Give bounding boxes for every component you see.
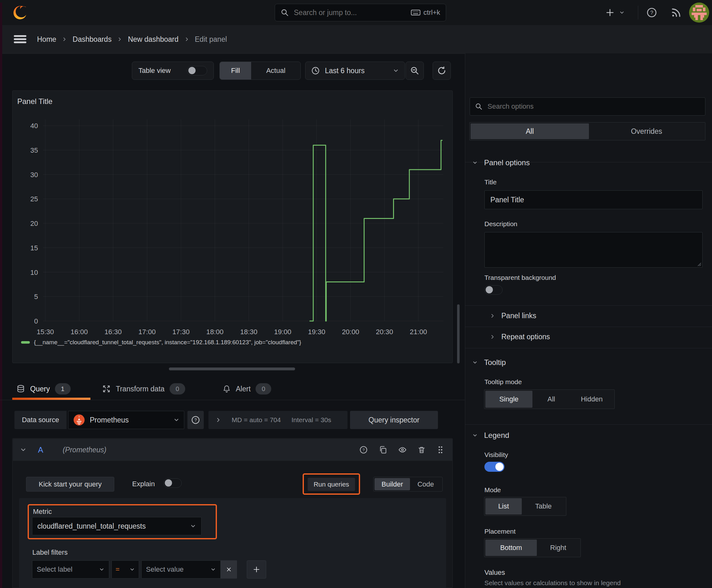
breadcrumb-bar: Home Dashboards New dashboard Edit panel… <box>0 25 712 54</box>
chevron-right-icon <box>490 313 495 318</box>
mode-group: List Table <box>484 497 566 516</box>
mode-list-option[interactable]: List <box>486 498 522 514</box>
datasource-help-button[interactable]: ? <box>188 411 204 429</box>
values-hint: Select values or calculations to show in… <box>484 579 621 587</box>
remove-filter-button[interactable] <box>221 560 237 579</box>
svg-text:?: ? <box>194 418 197 422</box>
transparent-bg-label: Transparent background <box>484 274 556 281</box>
database-icon <box>16 384 25 393</box>
query-row-header[interactable]: A (Prometheus) ? <box>13 439 453 461</box>
svg-text:10: 10 <box>30 269 38 276</box>
builder-code-group: Builder Code <box>373 477 443 491</box>
tooltip-hidden-option[interactable]: Hidden <box>570 391 613 408</box>
panel-title-input[interactable] <box>484 190 703 209</box>
query-ref-id: A <box>38 445 43 455</box>
tab-overrides[interactable]: Overrides <box>589 123 704 139</box>
explain-toggle[interactable] <box>164 478 182 488</box>
repeat-options-label: Repeat options <box>501 333 550 341</box>
actual-option[interactable]: Actual <box>251 62 300 80</box>
chevron-down-icon <box>129 567 135 572</box>
menu-toggle-button[interactable] <box>13 35 27 44</box>
builder-option[interactable]: Builder <box>374 478 410 490</box>
legend-series-label[interactable]: {__name__="cloudflared_tunnel_total_requ… <box>34 339 301 346</box>
top-nav: ctrl+k ? <box>0 0 712 25</box>
disable-query-button[interactable] <box>398 445 407 454</box>
breadcrumb-new-dashboard[interactable]: New dashboard <box>128 35 178 44</box>
tab-all[interactable]: All <box>471 123 589 139</box>
datasource-value: Prometheus <box>90 416 173 424</box>
resize-handle-icon[interactable] <box>697 262 701 266</box>
breadcrumb-dashboards[interactable]: Dashboards <box>72 35 111 44</box>
legend-header[interactable]: Legend <box>472 428 509 442</box>
refresh-button[interactable] <box>433 62 451 80</box>
drawer-resize-handle[interactable] <box>169 368 295 370</box>
breadcrumb-home[interactable]: Home <box>37 35 56 44</box>
transparent-bg-toggle[interactable] <box>484 285 503 295</box>
table-view-control: Table view <box>132 62 214 80</box>
placement-right-option[interactable]: Right <box>537 540 580 556</box>
help-button[interactable]: ? <box>646 7 657 18</box>
active-tab-underline <box>12 398 90 400</box>
run-queries-button[interactable]: Run queries <box>308 478 355 491</box>
tooltip-header[interactable]: Tooltip <box>472 356 506 370</box>
fill-option[interactable]: Fill <box>220 62 251 80</box>
panel-links-label: Panel links <box>501 312 536 320</box>
tooltip-single-option[interactable]: Single <box>486 391 533 408</box>
panel-links-section[interactable]: Panel links <box>490 309 536 323</box>
datasource-picker[interactable]: Prometheus <box>68 411 184 429</box>
repeat-options-section[interactable]: Repeat options <box>490 330 550 344</box>
code-option[interactable]: Code <box>410 478 441 490</box>
chevron-right-icon[interactable] <box>215 417 221 423</box>
delete-query-button[interactable] <box>417 445 426 454</box>
query-tab[interactable]: Query 1 <box>16 381 71 397</box>
kick-start-button[interactable]: Kick start your query <box>26 477 114 491</box>
placement-group: Bottom Right <box>484 538 581 557</box>
panel-options-header[interactable]: Panel options <box>472 156 530 170</box>
query-inspector-button[interactable]: Query inspector <box>350 411 438 429</box>
query-count-badge: 1 <box>55 383 71 395</box>
value-select[interactable]: Select value <box>141 560 221 579</box>
visibility-toggle[interactable] <box>484 462 504 472</box>
metric-select[interactable]: cloudflared_tunnel_total_requests <box>32 517 201 535</box>
time-range-picker[interactable]: Last 6 hours <box>305 62 405 80</box>
transform-icon <box>102 384 111 393</box>
add-filter-button[interactable] <box>247 560 266 579</box>
zoom-out-button[interactable] <box>406 62 424 80</box>
avatar[interactable] <box>689 2 709 23</box>
description-textarea[interactable] <box>484 232 703 268</box>
refresh-icon <box>437 66 447 76</box>
grafana-logo-icon[interactable] <box>12 4 29 21</box>
mode-table-option[interactable]: Table <box>522 498 565 514</box>
query-stats-bar: MD = auto = 704 Interval = 30s <box>209 411 347 429</box>
svg-text:?: ? <box>650 10 653 15</box>
drag-query-handle[interactable] <box>437 445 444 455</box>
placement-bottom-option[interactable]: Bottom <box>486 540 537 556</box>
chevron-down-icon[interactable] <box>20 446 27 453</box>
chevron-down-icon <box>210 567 216 572</box>
global-search[interactable]: ctrl+k <box>275 4 446 21</box>
table-view-toggle[interactable] <box>187 66 207 76</box>
search-input[interactable] <box>293 8 411 17</box>
chart-legend[interactable]: {__name__="cloudflared_tunnel_total_requ… <box>21 339 301 346</box>
svg-text:15: 15 <box>30 244 38 252</box>
tooltip-all-option[interactable]: All <box>533 391 570 408</box>
news-button[interactable] <box>671 7 682 18</box>
duplicate-query-button[interactable] <box>379 445 387 454</box>
operator-select[interactable]: = <box>111 560 139 579</box>
alert-tab[interactable]: Alert 0 <box>222 381 271 397</box>
fill-actual-group: Fill Actual <box>219 62 301 80</box>
transform-tab[interactable]: Transform data 0 <box>102 381 185 397</box>
query-help-button[interactable]: ? <box>359 445 368 454</box>
datasource-label-chip: Data source <box>15 411 67 429</box>
label-select[interactable]: Select label <box>32 560 109 579</box>
max-data-points-stat: MD = auto = 704 <box>232 416 281 424</box>
options-search-input[interactable] <box>487 102 700 111</box>
time-series-chart[interactable]: 051015202530354015:3016:0016:3017:0017:3… <box>13 91 452 363</box>
svg-text:20:00: 20:00 <box>342 328 359 336</box>
vertical-scrollbar[interactable] <box>457 304 459 363</box>
new-button[interactable] <box>605 7 625 18</box>
svg-text:20:30: 20:30 <box>376 328 393 336</box>
chevron-down-icon <box>619 10 625 15</box>
options-search[interactable] <box>470 97 706 115</box>
visibility-label: Visibility <box>484 451 508 459</box>
